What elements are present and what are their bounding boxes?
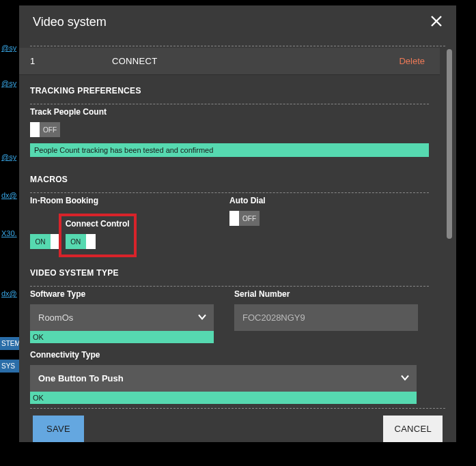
close-icon	[430, 15, 443, 27]
connectivity-type-select-wrap: One Button To Push	[30, 365, 417, 392]
section-macros-title: MACROS	[19, 164, 440, 192]
section-tracking-preferences-title: TRACKING PREFERENCES	[19, 75, 440, 104]
row-name: CONNECT	[51, 56, 399, 66]
auto-dial-toggle[interactable]: OFF	[229, 211, 260, 226]
toggle-state: OFF	[40, 122, 60, 137]
connectivity-type-select[interactable]: One Button To Push	[30, 365, 417, 392]
bg-button[interactable]: STEM	[0, 337, 20, 350]
save-button[interactable]: SAVE	[33, 416, 84, 442]
software-type-select-wrap: RoomOs	[30, 304, 214, 331]
row-index: 1	[30, 56, 51, 66]
software-type-label: Software Type	[30, 289, 214, 299]
toggle-state: OFF	[239, 211, 260, 226]
in-room-booking-toggle[interactable]: ON	[30, 234, 60, 249]
bg-link[interactable]: dx@	[0, 284, 20, 303]
bg-link[interactable]: dx@	[0, 186, 20, 205]
cancel-button[interactable]: CANCEL	[383, 416, 443, 442]
close-button[interactable]	[430, 15, 443, 29]
software-type-select[interactable]: RoomOs	[30, 304, 214, 331]
dialog-header: Video system	[19, 5, 456, 46]
toggle-state: ON	[30, 234, 51, 249]
toggle-knob	[229, 211, 239, 226]
track-people-count-toggle[interactable]: OFF	[30, 122, 60, 137]
connectivity-type-label: Connectivity Type	[30, 350, 417, 360]
bg-link[interactable]: @sy	[0, 147, 20, 166]
bg-link[interactable]: @sy	[0, 74, 20, 93]
auto-dial-label: Auto Dial	[229, 196, 418, 205]
toggle-state: ON	[66, 234, 86, 249]
dialog-title: Video system	[33, 15, 107, 29]
software-type-ok: OK	[30, 331, 214, 343]
in-room-booking-label: In-Room Booking	[30, 196, 219, 205]
connect-control-label: Connect Control	[66, 219, 130, 229]
scrollbar[interactable]	[447, 49, 452, 239]
serial-number-input[interactable]	[234, 304, 418, 331]
toggle-knob	[30, 122, 40, 137]
bg-button[interactable]: SYS	[0, 360, 20, 373]
background-sidebar: @sy @sy @sy dx@ X30. dx@ STEM SYS	[0, 0, 20, 373]
bg-link[interactable]: X30.	[0, 224, 20, 243]
connect-control-highlight: Connect Control ON	[59, 214, 137, 257]
connect-row: 1 CONNECT Delete	[19, 48, 440, 75]
serial-number-label: Serial Number	[234, 289, 418, 299]
section-video-system-type-title: VIDEO SYSTEM TYPE	[19, 257, 440, 286]
delete-button[interactable]: Delete	[399, 56, 425, 66]
track-people-count-label: Track People Count	[30, 107, 429, 117]
track-people-count-status: People Count tracking has been tested an…	[30, 143, 429, 157]
scroll-area: 1 CONNECT Delete TRACKING PREFERENCES Tr…	[19, 46, 440, 408]
bg-link[interactable]: @sy	[0, 38, 20, 57]
dialog-body: 1 CONNECT Delete TRACKING PREFERENCES Tr…	[19, 46, 456, 408]
connect-control-toggle[interactable]: ON	[66, 234, 96, 249]
video-system-dialog: Video system 1 CONNECT Delete TRACKING P…	[19, 5, 456, 442]
dialog-footer: SAVE CANCEL	[19, 409, 456, 442]
connectivity-type-ok: OK	[30, 392, 417, 404]
toggle-knob	[86, 234, 96, 249]
